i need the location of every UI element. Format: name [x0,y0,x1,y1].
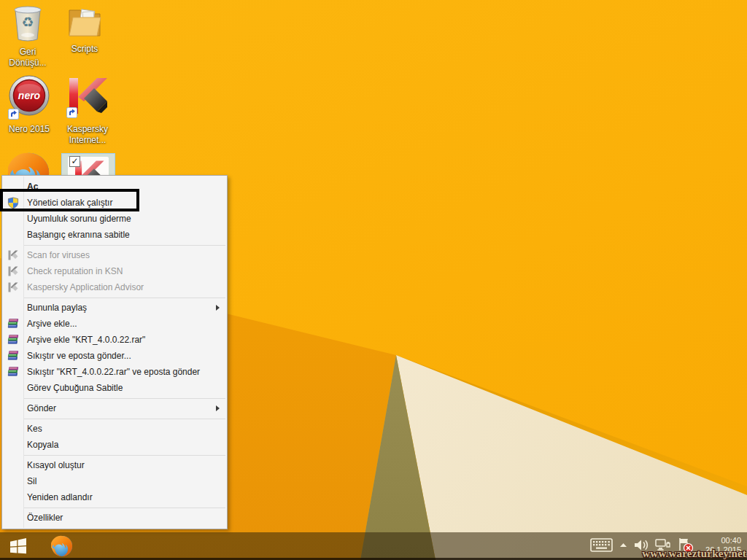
menu-separator [24,508,225,508]
selection-checkbox[interactable]: ✓ [69,156,80,167]
desktop-icon-recycle-bin[interactable]: ♻ GeriDönüşü... [1,3,54,69]
menu-separator [24,245,225,246]
kaspersky-gray-icon [7,281,19,293]
start-button[interactable] [0,532,36,560]
nero-icon: nero [7,74,52,122]
menu-separator [24,419,225,419]
kaspersky-gray-icon [7,265,19,277]
firefox-icon [51,535,73,557]
menu-separator [24,455,225,456]
taskbar-firefox-button[interactable] [45,532,79,560]
menu-item-label: Yeniden adlandır [27,492,93,502]
clock-time: 00:40 [721,536,741,545]
svg-text:nero: nero [18,90,41,101]
menu-item-s-k-t-r-krt-4-0-0-22-rar-ve-epos[interactable]: Sıkıştır "KRT_4.0.0.22.rar" ve eposta gö… [2,364,227,380]
menu-item-g-nder[interactable]: Gönder [2,400,227,416]
desktop-icon-label: Scripts [71,44,98,55]
kaspersky-gray-icon [7,249,19,261]
menu-item-label: Özellikler [27,513,63,523]
svg-text:♻: ♻ [21,15,34,30]
context-menu: AçYönetici olarak çalıştırUyumluluk soru… [1,175,228,529]
menu-item-label: Uyumluluk sorunu giderme [27,214,131,224]
submenu-arrow-icon [216,305,220,311]
menu-separator [24,298,225,298]
desktop-icon-scripts[interactable]: Scripts [58,4,111,55]
desktop-screen: ♻ GeriDönüşü... Scripts [0,0,747,560]
menu-item-bununla-payla[interactable]: Bununla paylaş [2,300,227,316]
submenu-arrow-icon [216,405,220,411]
menu-item-label: Arşive ekle "KRT_4.0.0.22.rar" [27,335,145,345]
menu-item-label: Bununla paylaş [27,303,87,313]
desktop-icon-label: Nero 2015 [9,124,50,135]
menu-item-label: Sıkıştır ve eposta gönder... [27,351,131,361]
desktop-icon-kaspersky[interactable]: KasperskyInternet... [61,76,114,146]
shortcut-arrow-icon [66,107,77,118]
menu-item-zellikler[interactable]: Özellikler [2,510,227,526]
menu-item-label: Gönder [27,403,56,413]
menu-item-label: Kes [27,424,42,434]
menu-item-label: Kaspersky Application Advisor [27,282,144,292]
menu-item-kopyala[interactable]: Kopyala [2,437,227,453]
menu-item-sil[interactable]: Sil [2,473,227,489]
winrar-icon [7,366,19,378]
taskbar: 00:40 26.1.2015 [0,532,747,560]
context-menu-items: AçYönetici olarak çalıştırUyumluluk soru… [2,179,227,526]
windows-logo-icon [9,537,27,555]
shortcut-arrow-icon [8,109,19,120]
winrar-icon [7,318,19,330]
menu-item-uyumluluk-sorunu-giderme[interactable]: Uyumluluk sorunu giderme [2,211,227,227]
annotation-highlight-box [0,189,139,211]
show-hidden-icons-icon[interactable] [619,542,627,548]
menu-item-ba-lang-ekran-na-sabitle[interactable]: Başlangıç ekranına sabitle [2,227,227,243]
kaspersky-icon [66,76,109,122]
desktop-icon-nero-2015[interactable]: nero Nero 2015 [3,74,55,135]
menu-item-label: Scan for viruses [27,250,90,260]
menu-item-label: Sıkıştır "KRT_4.0.0.22.rar" ve eposta gö… [27,367,200,377]
menu-item-ar-ive-ekle-krt-4-0-0-22-rar[interactable]: Arşive ekle "KRT_4.0.0.22.rar" [2,332,227,348]
watermark-text: www.warezturkey.net [642,548,746,560]
menu-item-label: Sil [27,476,36,486]
menu-item-g-rev-ubu-una-sabitle[interactable]: Görev Çubuğuna Sabitle [2,380,227,396]
winrar-icon [7,334,19,346]
folder-icon [66,4,104,42]
menu-item-label: Kopyala [27,440,58,450]
menu-item-check-reputation-in-ksn: Check reputation in KSN [2,263,227,279]
menu-item-kes[interactable]: Kes [2,421,227,437]
menu-separator [24,398,225,399]
desktop-icon-label: KasperskyInternet... [67,124,108,146]
menu-item-s-k-t-r-ve-eposta-g-nder[interactable]: Sıkıştır ve eposta gönder... [2,348,227,364]
menu-item-label: Arşive ekle... [27,319,77,329]
menu-item-yeniden-adland-r[interactable]: Yeniden adlandır [2,489,227,505]
menu-item-scan-for-viruses: Scan for viruses [2,247,227,263]
desktop-icon-label: GeriDönüşü... [9,47,46,69]
menu-item-k-sayol-olu-tur[interactable]: Kısayol oluştur [2,457,227,473]
touch-keyboard-icon[interactable] [590,538,613,552]
menu-item-label: Check reputation in KSN [27,266,123,276]
menu-item-label: Kısayol oluştur [27,460,85,470]
menu-item-label: Görev Çubuğuna Sabitle [27,383,123,393]
winrar-icon [7,350,19,362]
recycle-bin-icon: ♻ [9,3,47,45]
menu-item-ar-ive-ekle[interactable]: Arşive ekle... [2,316,227,332]
menu-item-label: Başlangıç ekranına sabitle [27,230,130,240]
menu-item-kaspersky-application-advisor: Kaspersky Application Advisor [2,279,227,295]
